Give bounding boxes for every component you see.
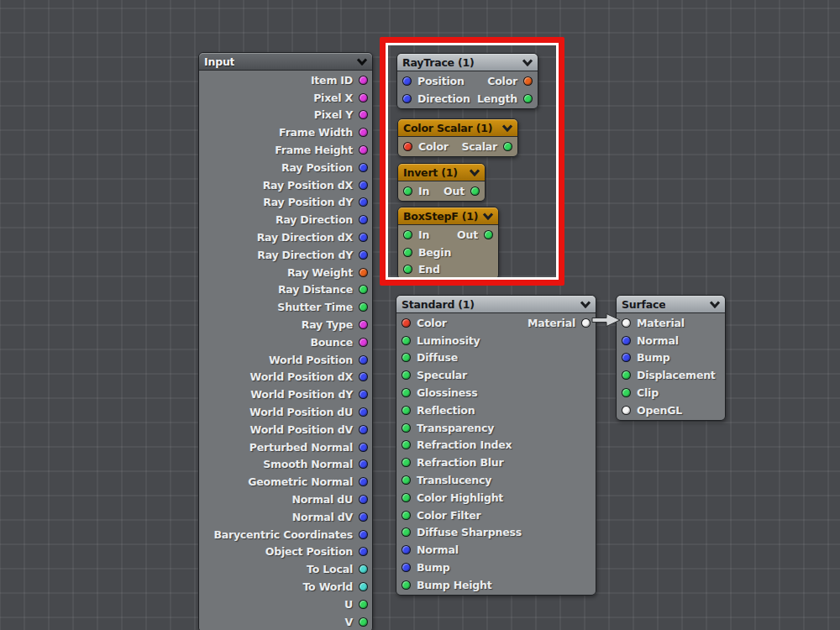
input-port-dot[interactable]: [402, 475, 411, 485]
output-port-dot[interactable]: [359, 320, 368, 329]
input-port-dot[interactable]: [402, 76, 412, 86]
chevron-down-icon[interactable]: [482, 213, 494, 220]
port-label: World Position dV: [250, 423, 353, 436]
input-port-dot[interactable]: [402, 336, 411, 345]
input-port-dot[interactable]: [402, 318, 411, 328]
output-port-dot[interactable]: [359, 285, 368, 294]
node-standard-header[interactable]: Standard (1): [396, 296, 596, 313]
port-label: OpenGL: [637, 404, 682, 417]
input-port-dot[interactable]: [402, 370, 411, 380]
input-port-dot[interactable]: [402, 94, 412, 103]
input-port-dot[interactable]: [402, 406, 411, 415]
input-port-dot[interactable]: [402, 440, 411, 449]
input-port-dot[interactable]: [403, 142, 412, 151]
input-port-dot[interactable]: [402, 563, 411, 572]
output-port-dot[interactable]: [359, 564, 368, 574]
node-input[interactable]: InputItem IDPixel XPixel YFrame WidthFra…: [198, 52, 373, 630]
chevron-down-icon[interactable]: [356, 58, 368, 66]
output-port-dot[interactable]: [359, 302, 368, 312]
output-port-dot[interactable]: [359, 93, 368, 102]
input-port-dot[interactable]: [622, 406, 631, 415]
port-row: Perturbed Normal: [199, 438, 372, 456]
input-port-dot[interactable]: [402, 580, 411, 590]
input-port-dot[interactable]: [622, 370, 631, 380]
output-port-dot[interactable]: [359, 338, 368, 347]
node-title: Invert (1): [403, 166, 458, 179]
output-port-dot[interactable]: [359, 600, 368, 609]
input-port: OpenGL: [622, 404, 682, 417]
input-port-dot[interactable]: [622, 353, 631, 362]
port-label: Ray Weight: [287, 266, 353, 279]
port-label: Color: [418, 140, 449, 153]
output-port-dot[interactable]: [359, 128, 368, 137]
output-port-dot[interactable]: [359, 617, 368, 627]
input-port-dot[interactable]: [403, 230, 412, 239]
output-port-dot[interactable]: [359, 250, 368, 260]
output-port-dot[interactable]: [359, 407, 368, 417]
node-boxstepf-header[interactable]: BoxStepF (1): [398, 207, 498, 225]
chevron-down-icon[interactable]: [522, 59, 533, 66]
input-port-dot[interactable]: [402, 545, 411, 554]
node-surface-header[interactable]: Surface: [617, 296, 725, 313]
port-label: Normal: [637, 334, 679, 347]
output-port-dot[interactable]: [359, 547, 368, 556]
input-port-dot[interactable]: [402, 528, 411, 537]
input-port-dot[interactable]: [622, 318, 631, 328]
node-input-header[interactable]: Input: [199, 53, 372, 71]
input-port-dot[interactable]: [622, 388, 631, 397]
output-port-dot[interactable]: [359, 530, 368, 539]
output-port-dot[interactable]: [359, 372, 368, 381]
output-port-dot[interactable]: [359, 443, 368, 452]
output-port-dot[interactable]: [359, 495, 368, 504]
input-port-dot[interactable]: [403, 248, 412, 257]
output-port-dot[interactable]: [484, 230, 493, 239]
output-port-dot[interactable]: [523, 94, 533, 103]
output-port-dot[interactable]: [359, 233, 368, 242]
output-port-dot[interactable]: [359, 110, 368, 119]
chevron-down-icon[interactable]: [501, 124, 513, 132]
input-port-dot[interactable]: [402, 493, 411, 502]
connection-arrow[interactable]: [591, 312, 622, 328]
output-port-dot[interactable]: [359, 163, 368, 172]
output-port-dot[interactable]: [359, 181, 368, 190]
output-port-dot[interactable]: [359, 197, 368, 207]
node-invert[interactable]: Invert (1)InOut: [397, 163, 486, 202]
input-port-dot[interactable]: [402, 388, 411, 397]
output-port-dot[interactable]: [359, 145, 368, 155]
output-port-dot[interactable]: [359, 425, 368, 434]
chevron-down-icon[interactable]: [580, 301, 591, 308]
output-port-dot[interactable]: [359, 582, 368, 591]
node-raytrace-header[interactable]: RayTrace (1): [397, 54, 538, 71]
chevron-down-icon[interactable]: [469, 169, 480, 176]
output-port-dot[interactable]: [470, 186, 480, 196]
output-port-dot[interactable]: [359, 355, 368, 365]
output-port-dot[interactable]: [359, 268, 368, 277]
input-port-dot[interactable]: [622, 336, 631, 345]
output-port-dot[interactable]: [359, 76, 368, 85]
node-graph-canvas[interactable]: InputItem IDPixel XPixel YFrame WidthFra…: [0, 0, 840, 630]
node-color-scalar[interactable]: Color Scalar (1)ColorScalar: [397, 118, 518, 157]
input-port-dot[interactable]: [402, 353, 411, 362]
node-boxstepf[interactable]: BoxStepF (1)InOutBeginEnd: [397, 207, 499, 280]
input-port-dot[interactable]: [403, 186, 412, 196]
input-port-dot[interactable]: [402, 511, 411, 520]
output-port-dot[interactable]: [359, 459, 368, 469]
port-label: Item ID: [311, 74, 353, 87]
output-port-dot[interactable]: [503, 142, 512, 151]
node-surface[interactable]: SurfaceMaterialNormalBumpDisplacementCli…: [616, 295, 726, 421]
output-port-dot[interactable]: [359, 390, 368, 399]
node-standard[interactable]: Standard (1)ColorMaterialLuminosityDiffu…: [396, 295, 596, 596]
input-port-dot[interactable]: [402, 458, 411, 467]
output-port-dot[interactable]: [359, 477, 368, 486]
output-port-dot[interactable]: [359, 512, 368, 522]
output-port-dot[interactable]: [581, 318, 591, 328]
chevron-down-icon[interactable]: [709, 301, 721, 308]
input-port-dot[interactable]: [402, 423, 411, 433]
node-raytrace[interactable]: RayTrace (1)PositionColorDirectionLength: [396, 53, 538, 109]
node-invert-header[interactable]: Invert (1): [398, 164, 485, 181]
node-color-scalar-header[interactable]: Color Scalar (1): [398, 119, 517, 137]
output-port-dot[interactable]: [523, 76, 533, 86]
output-port-dot[interactable]: [359, 215, 368, 224]
port-label: Ray Direction: [276, 213, 353, 226]
input-port-dot[interactable]: [403, 265, 412, 274]
